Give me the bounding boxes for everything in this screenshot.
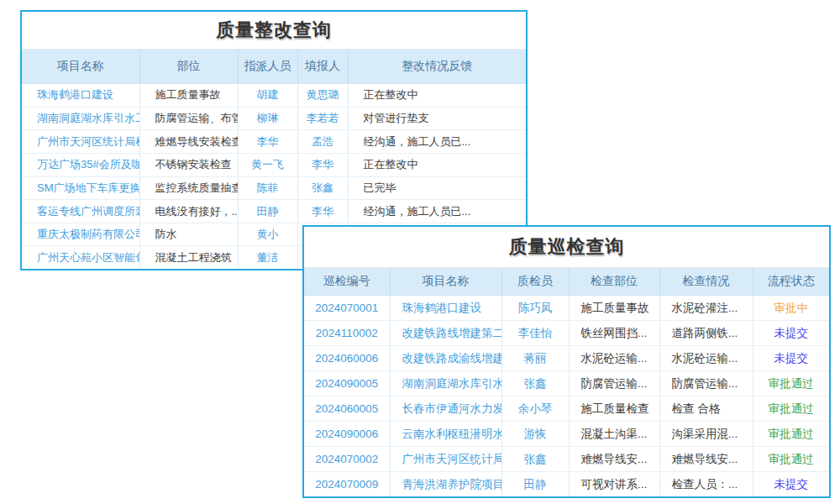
inspector-link[interactable]: 田静: [502, 477, 569, 492]
status-badge: 未提交: [753, 351, 830, 366]
part-cell: 防腐管运输、布管: [140, 111, 238, 126]
inspect-no-link[interactable]: 2024110002: [304, 327, 390, 339]
inspector-link[interactable]: 游恢: [502, 427, 569, 442]
project-link[interactable]: 湖南洞庭湖水库引水: [391, 376, 501, 391]
inspector-link[interactable]: 蒋丽: [502, 351, 569, 366]
check-situation-cell: 防腐管运输...: [660, 376, 753, 391]
part-cell: 防水: [140, 227, 238, 242]
assignee-link[interactable]: 李华: [239, 134, 297, 150]
project-link[interactable]: 重庆太极制药有限公司亳州: [22, 227, 139, 242]
col-header-flow-status: 流程状态: [753, 268, 829, 296]
feedback-cell: 经沟通，施工人员已...: [349, 204, 527, 219]
table-row: 广州市天河区统计局机房改 难燃导线安装检查 李华 孟浩 经沟通，施工人员已...: [22, 130, 526, 154]
check-part-cell: 施工质量检查: [570, 402, 659, 417]
inspect-no-link[interactable]: 2024060006: [304, 352, 390, 365]
assignee-link[interactable]: 胡建: [239, 87, 297, 102]
part-cell: 混凝土工程浇筑: [140, 250, 238, 265]
assignee-link[interactable]: 陈菲: [239, 181, 297, 196]
inspect-no-link[interactable]: 2024090006: [304, 428, 390, 440]
reporter-link[interactable]: 张鑫: [298, 181, 348, 196]
check-part-cell: 铁丝网围挡...: [570, 326, 659, 341]
project-link[interactable]: 长春市伊通河水力发: [391, 402, 501, 417]
table-row: 2024090005 湖南洞庭湖水库引水 张鑫 防腐管运输... 防腐管运输..…: [304, 371, 829, 396]
inspect-no-link[interactable]: 2024070009: [304, 478, 390, 491]
assignee-link[interactable]: 黄小: [239, 227, 297, 242]
table-row: 2024060006 改建铁路成渝线增建 蒋丽 水泥砼运输... 水泥砼运输..…: [304, 346, 829, 371]
inspect-header-row: 巡检编号 项目名称 质检员 检查部位 检查情况 流程状态: [304, 268, 829, 296]
assignee-link[interactable]: 田静: [239, 204, 297, 219]
part-cell: 电线没有接好，...: [140, 204, 238, 219]
inspect-no-link[interactable]: 2024070001: [304, 302, 390, 314]
col-header-inspect-no: 巡检编号: [304, 268, 390, 296]
project-link[interactable]: 万达广场35#会所及咖啡厅: [22, 157, 139, 172]
page: 质量整改查询 项目名称 部位 指派人员 填报人 整改情况反馈 珠海鹤港口建设 施…: [0, 0, 840, 504]
col-header-check-situation: 检查情况: [659, 268, 753, 296]
part-cell: 不锈钢安装检查: [140, 157, 238, 172]
col-header-assignee: 指派人员: [238, 50, 297, 84]
check-situation-cell: 难燃导线安...: [660, 452, 753, 467]
project-link[interactable]: 珠海鹤港口建设: [22, 87, 139, 102]
inspector-link[interactable]: 张鑫: [502, 452, 569, 467]
check-situation-cell: 水泥砼灌注...: [660, 301, 753, 316]
status-badge: 未提交: [753, 477, 830, 492]
project-link[interactable]: 广州天心苑小区智能化系统: [22, 250, 139, 265]
inspector-link[interactable]: 余小琴: [502, 402, 569, 417]
inspect-no-link[interactable]: 2024090005: [304, 377, 390, 390]
col-header-project: 项目名称: [390, 268, 501, 296]
project-link[interactable]: 改建铁路线增建第二: [391, 326, 501, 341]
status-badge: 审批通过: [753, 402, 830, 417]
project-link[interactable]: SM广场地下车库更换摄像机: [22, 181, 139, 196]
col-header-feedback: 整改情况反馈: [348, 50, 526, 84]
rectify-header-row: 项目名称 部位 指派人员 填报人 整改情况反馈: [22, 50, 526, 84]
inspect-query-panel: 质量巡检查询 巡检编号 项目名称 质检员 检查部位 检查情况 流程状态 2024…: [302, 225, 831, 498]
check-situation-cell: 水泥砼运输...: [660, 351, 753, 366]
check-situation-cell: 检查 合格: [660, 402, 753, 417]
assignee-link[interactable]: 柳琳: [239, 111, 297, 126]
project-link[interactable]: 湖南洞庭湖水库引水工程施: [22, 111, 139, 126]
status-badge: 审批通过: [753, 376, 830, 391]
reporter-link[interactable]: 李华: [298, 157, 348, 172]
reporter-link[interactable]: 李若若: [298, 111, 348, 126]
part-cell: 难燃导线安装检查: [140, 134, 238, 150]
project-link[interactable]: 广州市天河区统计局机房改: [22, 134, 139, 150]
check-part-cell: 水泥砼运输...: [570, 351, 659, 366]
table-row: 2024070009 青海洪湖养护院项目 田静 可视对讲系... 检查人员：..…: [304, 472, 829, 496]
inspect-no-link[interactable]: 2024060005: [304, 402, 390, 415]
project-link[interactable]: 青海洪湖养护院项目: [391, 477, 501, 492]
project-link[interactable]: 客运专线广州调度所装修项: [22, 204, 139, 219]
inspector-link[interactable]: 李佳怡: [502, 326, 569, 341]
reporter-link[interactable]: 孟浩: [298, 134, 348, 150]
col-header-check-part: 检查部位: [569, 268, 659, 296]
check-situation-cell: 沟渠采用混...: [660, 427, 753, 442]
feedback-cell: 经沟通，施工人员已...: [349, 134, 527, 150]
inspect-no-link[interactable]: 2024070002: [304, 453, 390, 465]
check-part-cell: 可视对讲系...: [570, 477, 659, 492]
assignee-link[interactable]: 黄一飞: [239, 157, 297, 172]
project-link[interactable]: 广州市天河区统计局: [391, 452, 501, 467]
feedback-cell: 正在整改中: [349, 157, 527, 172]
project-link[interactable]: 珠海鹤港口建设: [391, 301, 501, 316]
part-cell: 施工质量事故: [140, 87, 238, 102]
inspector-link[interactable]: 陈巧凤: [502, 301, 569, 316]
table-row: SM广场地下车库更换摄像机 监控系统质量抽查 陈菲 张鑫 已完毕: [22, 176, 526, 200]
col-header-inspector: 质检员: [501, 268, 569, 296]
rectify-panel-title: 质量整改查询: [22, 12, 526, 50]
reporter-link[interactable]: 黄思璐: [298, 87, 348, 102]
inspect-table: 巡检编号 项目名称 质检员 检查部位 检查情况 流程状态 2024070001 …: [304, 268, 829, 496]
reporter-link[interactable]: 李华: [298, 204, 348, 219]
check-part-cell: 防腐管运输...: [570, 376, 659, 391]
check-part-cell: 混凝土沟渠...: [570, 427, 659, 442]
table-row: 万达广场35#会所及咖啡厅 不锈钢安装检查 黄一飞 李华 正在整改中: [22, 153, 526, 176]
check-situation-cell: 检查人员：...: [660, 477, 753, 492]
feedback-cell: 对管进行垫支: [349, 111, 527, 126]
table-row: 珠海鹤港口建设 施工质量事故 胡建 黄思璐 正在整改中: [22, 84, 526, 108]
project-link[interactable]: 云南水利枢纽潜明水: [391, 427, 501, 442]
part-cell: 监控系统质量抽查: [140, 181, 238, 196]
project-link[interactable]: 改建铁路成渝线增建: [391, 351, 501, 366]
feedback-cell: 已完毕: [349, 181, 527, 196]
check-part-cell: 施工质量事故: [570, 301, 659, 316]
inspect-panel-title: 质量巡检查询: [304, 227, 829, 268]
assignee-link[interactable]: 董洁: [239, 250, 297, 265]
status-badge: 审批通过: [753, 427, 830, 442]
inspector-link[interactable]: 张鑫: [502, 376, 569, 391]
